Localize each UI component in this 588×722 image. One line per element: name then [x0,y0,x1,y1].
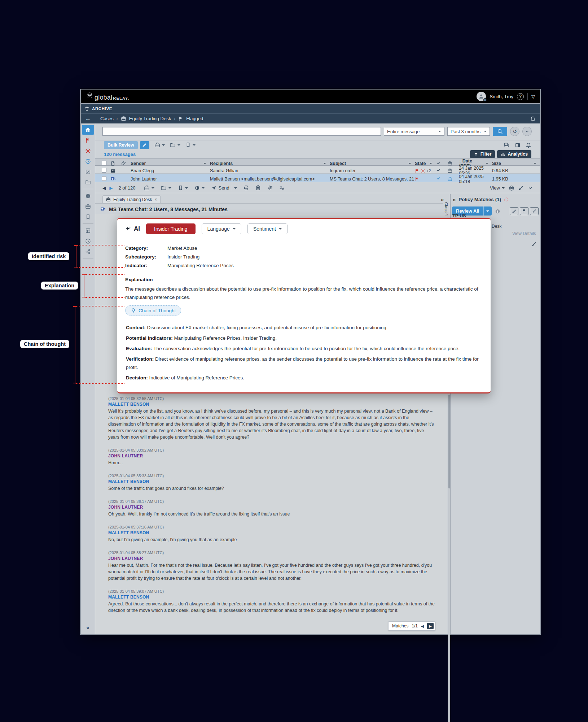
breadcrumb-flagged[interactable]: Flagged [186,116,203,121]
help-icon[interactable]: ? [517,93,524,100]
sidebar-folders-icon[interactable] [82,177,94,187]
next-match-button[interactable]: ▶ [427,623,434,629]
table-row-selected[interactable]: John Lautner Mallett Benson <mallet.bens… [95,174,540,182]
chevron-down-icon[interactable] [528,186,533,191]
highlight-matches-icon[interactable] [531,240,537,247]
column-size[interactable]: Size [492,161,540,166]
previous-match-button[interactable]: ◀ [421,624,424,628]
filter-button[interactable]: Filter [470,150,495,158]
cot-evaluation: Evaluation: The conversation acknowledge… [126,344,480,353]
user-avatar[interactable] [477,92,486,101]
bookmark-button[interactable] [178,185,188,191]
brand-word-1: global [95,94,112,101]
breadcrumb-cases[interactable]: Cases [100,116,114,121]
prev-message-button[interactable]: ◀ [102,186,106,191]
sidebar-saved-searches-icon[interactable] [82,226,94,235]
fullscreen-icon[interactable] [518,185,524,191]
sidebar-divider [83,189,93,189]
print-button[interactable] [243,185,249,191]
row-sender: Brian Clegg [131,168,210,173]
bulk-review-button[interactable]: Bulk Review [104,141,138,149]
row-subject: MS Teams Chat: 2 Users, 8 Messages, 21 M… [330,177,415,182]
row-recipients: Sandra Gillian [210,168,330,173]
global-relay-logo: global RELAY. [86,92,130,101]
breadcrumb-case-name[interactable]: Equity Trading Desk [129,116,171,121]
date-range-select[interactable]: Past 3 months [447,127,490,136]
sidebar-recent-icon[interactable] [82,156,94,166]
policy-matches-title: Policy Matches (1) [458,197,501,202]
user-name[interactable]: Smith, Troy [490,94,513,99]
send-button[interactable]: Send [211,185,237,191]
chain-of-thought-chip[interactable]: Chain of Thought [125,305,181,316]
highlight-button[interactable] [530,207,539,215]
select-all-checkbox[interactable] [102,161,106,165]
message-text: No, but I'm giving an example, I'm givin… [108,536,435,543]
expand-panel-icon[interactable]: » [453,196,456,203]
bar-chart-icon [501,152,505,157]
sidebar-home-icon[interactable] [82,125,94,135]
row-checkbox[interactable] [102,176,106,181]
column-state[interactable]: State [415,161,436,166]
message-text: Agreed. But those conversations... don't… [108,601,435,614]
sidebar-history-icon[interactable] [82,236,94,246]
transcribe-button[interactable] [267,185,273,191]
view-dropdown[interactable]: View [490,185,505,191]
collapse-panel-icon[interactable]: « [441,196,444,203]
language-dropdown[interactable]: Language [202,223,241,234]
analytics-button[interactable]: Analytics [497,150,531,158]
caret-down-icon [429,163,432,166]
message-text: Some of the traffic that goes on around … [108,485,435,492]
subscribe-bell-icon[interactable] [526,142,531,148]
move-folder-button[interactable] [170,142,180,148]
column-sender[interactable]: Sender [131,161,210,166]
insider-trading-risk-button[interactable]: Insider Trading [146,223,196,234]
move-folder-button[interactable] [161,185,171,191]
annotate-button[interactable] [510,207,518,215]
next-message-button[interactable]: ▶ [109,186,113,191]
classification-vertical-tab[interactable]: Classifi [442,202,448,218]
column-subject[interactable]: Subject [330,161,415,166]
sentiment-dropdown[interactable]: Sentiment [247,223,288,234]
sidebar-expand-icon[interactable]: » [86,625,89,631]
bookmark-button[interactable] [185,142,196,148]
sidebar-info-icon[interactable] [82,191,94,201]
info-icon[interactable] [495,208,500,214]
breadcrumb-separator: › [174,116,175,121]
edit-button[interactable] [140,141,149,149]
sidebar-alerts-icon[interactable] [82,146,94,156]
status-dot [483,98,487,101]
table-row[interactable]: Brian Clegg Sandra Gillian Ingram order … [95,166,540,174]
sidebar-bookmarks-icon[interactable] [82,212,94,222]
back-button[interactable]: ← [81,116,95,122]
message-pager: 2 of 120 [118,185,135,191]
column-recipients[interactable]: Recipients [210,161,330,166]
row-checkbox[interactable] [102,168,106,173]
expand-search-button[interactable] [522,127,532,136]
copy-button[interactable] [255,185,261,191]
tab-equity-trading-desk[interactable]: Equity Trading Desk × [102,195,161,203]
reset-search-button[interactable]: ↺ [510,127,519,136]
flag-icon [178,116,183,121]
assign-case-button[interactable] [144,185,154,191]
flag-button[interactable] [520,207,528,215]
sidebar-review-icon[interactable] [82,167,94,177]
ai-analysis-popup: AI Insider Trading Language Sentiment Ca… [117,218,491,393]
translate-button[interactable] [279,185,285,191]
sidebar-flagged-icon[interactable] [82,135,94,145]
sidebar-share-icon[interactable] [82,247,94,256]
close-tab-icon[interactable]: × [154,197,157,202]
assign-case-button[interactable] [154,142,165,148]
notifications-bell-icon[interactable] [530,116,536,122]
apps-dropdown-icon[interactable]: ▽ [531,94,535,99]
message-title-row: MS Teams Chat: 2 Users, 8 Messages, 21 M… [95,205,443,214]
search-scope-select[interactable]: Entire message [384,127,444,136]
review-all-dropdown[interactable] [483,206,492,216]
conversation-view-icon[interactable] [504,142,510,148]
search-button[interactable] [493,127,507,136]
redaction-button[interactable] [194,185,205,191]
layout-columns-icon[interactable] [515,142,521,148]
sidebar-cases-icon[interactable] [82,201,94,211]
view-details-link[interactable]: View Details [512,231,536,236]
search-input[interactable] [102,127,381,136]
summary-icon[interactable] [509,185,514,191]
